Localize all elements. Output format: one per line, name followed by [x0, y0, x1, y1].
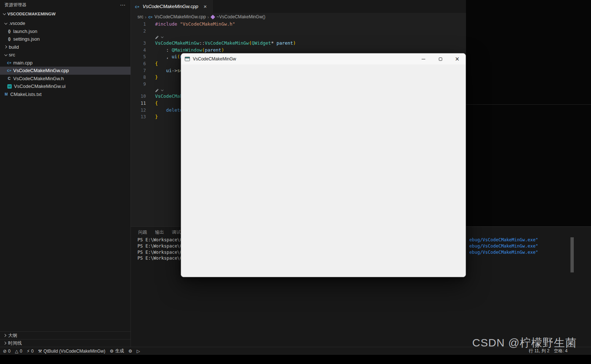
tree-item-label: build [9, 44, 19, 50]
sidebar-section[interactable]: 大纲 [0, 331, 131, 339]
chevron-down-icon [160, 89, 164, 92]
status-item-label: 0 [8, 349, 11, 354]
line-number: 7 [131, 67, 146, 74]
editor-empty-region [466, 0, 591, 226]
tree-item[interactable]: C+main.cpp [0, 59, 131, 67]
breadcrumb-label: VsCodeCMakeMinGw.cpp [154, 14, 206, 19]
tree-item-label: VsCodeCMakeMinGw.h [13, 76, 64, 81]
vscode-window: 资源管理器 ⋯ VSCODECMAKEMINGW .vscode{}launch… [0, 0, 591, 364]
build-button[interactable]: ⚙生成 [107, 347, 126, 355]
chevron-down-icon [1, 11, 7, 17]
breadcrumb-label: src [137, 14, 143, 19]
chevron-right-icon [3, 44, 9, 50]
header-file-icon: C [7, 75, 12, 81]
sidebar-bottom-sections: 大纲时间线 [0, 331, 131, 347]
workspace-root-label: VSCODECMAKEMINGW [7, 12, 56, 16]
qt-app-window[interactable]: VsCodeCMakeMinGw × [181, 53, 466, 277]
tab-vscodecmakemingw-cpp[interactable]: C+ VsCodeCMakeMinGw.cpp × [131, 0, 213, 13]
tree-item[interactable]: MCMakeLists.txt [0, 90, 131, 99]
gear-icon: ⚙ [128, 349, 132, 354]
cmake-file-icon: M [4, 91, 9, 97]
line-number: 12 [131, 107, 146, 114]
terminal-command-text: ebug/VsCodeCMakeMinGw.exe" [469, 249, 538, 256]
line-number: 1 [131, 21, 146, 28]
sidebar-section[interactable]: 时间线 [0, 339, 131, 347]
tree-item-label: VsCodeCMakeMinGw.cpp [13, 68, 69, 73]
breadcrumb-item[interactable]: ~VsCodeCMakeMinGw() [210, 14, 265, 19]
tab-close-icon[interactable]: × [202, 3, 209, 10]
breadcrumb-item[interactable]: C+VsCodeCMakeMinGw.cpp [148, 14, 206, 20]
explorer-header: 资源管理器 ⋯ [0, 0, 131, 10]
chevron-right-icon [2, 333, 8, 338]
lightning-status[interactable]: ⚡0 [25, 347, 36, 355]
close-icon: × [455, 56, 460, 62]
line-number: 9 [131, 81, 146, 88]
codelens-actions[interactable] [146, 89, 164, 92]
panel-tab[interactable]: 输出 [155, 229, 164, 235]
tree-item-label: launch.json [13, 29, 37, 34]
minimize-button[interactable] [415, 53, 432, 64]
line-number: 10 [131, 93, 146, 100]
breadcrumb-label: ~VsCodeCMakeMinGw() [217, 14, 265, 19]
sidebar-section-label: 时间线 [8, 340, 22, 346]
panel-tab[interactable]: 问题 [138, 229, 147, 235]
code-line: 1#include "VsCodeCMakeMinGw.h" [131, 21, 466, 28]
codelens-actions[interactable] [146, 36, 164, 39]
qt-titlebar[interactable]: VsCodeCMakeMinGw × [181, 53, 466, 64]
error-circle-icon: ⊘ [3, 349, 7, 354]
watermark: CSDN @柠檬野生菌 [472, 335, 577, 350]
close-button[interactable]: × [449, 53, 466, 64]
status-left-items: ⊘0△0⚡0⚒QtBuild (VsCodeCMakeMinGw)⚙生成⚙▷ [0, 347, 142, 355]
tree-item[interactable]: C+VsCodeCMakeMinGw.cpp [0, 67, 131, 75]
terminal-scrollbar[interactable] [570, 237, 574, 272]
settings-gear[interactable]: ⚙ [126, 347, 135, 355]
line-number: 3 [131, 40, 146, 47]
more-actions-icon[interactable]: ⋯ [120, 2, 125, 8]
cpp-file-icon: C+ [7, 60, 12, 66]
workspace-root-folder[interactable]: VSCODECMAKEMINGW [0, 10, 131, 18]
pencil-icon [155, 89, 159, 92]
explorer-title: 资源管理器 [4, 2, 26, 8]
maximize-icon [439, 57, 442, 61]
tree-item-label: settings.json [13, 36, 40, 42]
breadcrumb-separator: › [207, 14, 209, 20]
terminal-command-text: ebug/VsCodeCMakeMinGw.exe" [469, 237, 538, 243]
tree-item[interactable]: CVsCodeCMakeMinGw.h [0, 75, 131, 83]
launch-button[interactable]: ▷ [135, 347, 142, 355]
tree-item[interactable]: build [0, 43, 131, 51]
pencil-icon [155, 36, 159, 39]
gear-icon: ⚙ [110, 349, 114, 354]
warning-triangle-icon: △ [15, 349, 18, 354]
code-text: #include "VsCodeCMakeMinGw.h" [146, 21, 235, 28]
maximize-button[interactable] [432, 53, 449, 64]
code-line: 4 : QMainWindow(parent) [131, 47, 466, 54]
lightning-icon: ⚡ [27, 349, 30, 354]
cpp-file-icon: C+ [135, 4, 140, 10]
line-number: 5 [131, 53, 146, 60]
problems-errors[interactable]: ⊘0 [1, 347, 13, 355]
divider-line [466, 104, 591, 105]
tree-item[interactable]: {}settings.json [0, 35, 131, 43]
hammer-icon: ⚒ [38, 349, 42, 354]
tree-item[interactable]: uiVsCodeCMakeMinGw.ui [0, 82, 131, 90]
tree-item-label: VsCodeCMakeMinGw.ui [14, 83, 66, 89]
json-file-icon: {} [7, 36, 12, 42]
code-text: { [146, 60, 158, 67]
chevron-right-icon [2, 340, 8, 346]
breadcrumb-item[interactable]: src [137, 14, 143, 19]
chevron-down-icon [3, 52, 9, 58]
line-number: 13 [131, 114, 146, 120]
code-text: : QMainWindow(parent) [146, 47, 224, 54]
code-line: 2 [131, 28, 466, 35]
tree-item[interactable]: src [0, 51, 131, 59]
code-text: { [146, 100, 158, 107]
cmake-kit-selector[interactable]: ⚒QtBuild (VsCodeCMakeMinGw) [36, 347, 107, 355]
tree-item[interactable]: {}launch.json [0, 27, 131, 36]
terminal-command-text: ebug/VsCodeCMakeMinGw.exe" [469, 243, 538, 249]
problems-warnings[interactable]: △0 [13, 347, 25, 355]
tab-file-icon-slot: C+ [135, 3, 141, 10]
method-symbol-icon [210, 15, 215, 19]
status-item-label: QtBuild (VsCodeCMakeMinGw) [44, 349, 106, 354]
code-text: } [146, 114, 158, 120]
tree-item[interactable]: .vscode [0, 19, 131, 27]
